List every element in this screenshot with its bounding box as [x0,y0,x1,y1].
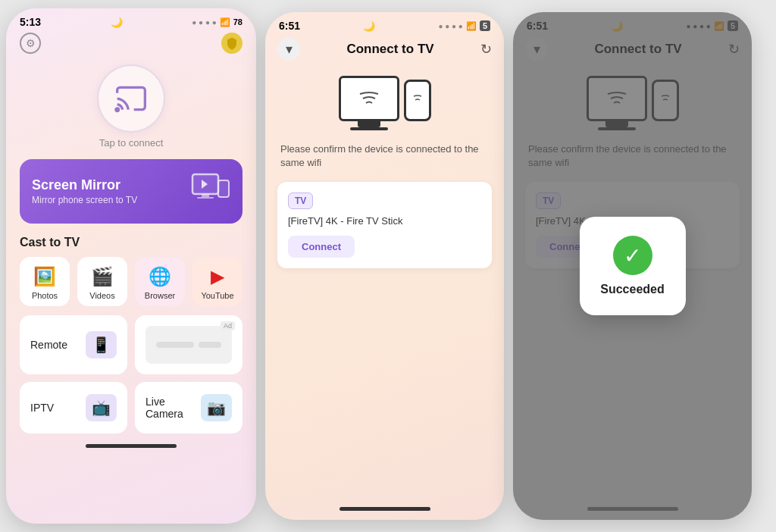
cast-icon [114,82,148,115]
tap-connect-area[interactable]: Tap to connect [6,64,256,149]
status-icons-2: ● ● ● ● 📶 5 [438,20,490,31]
status-bar-2: 6:51 🌙 ● ● ● ● 📶 5 [265,12,504,35]
home-indicator-2 [340,507,430,511]
photos-icon: 🖼️ [33,266,56,287]
mirror-icon [191,173,230,210]
battery-1: 78 [233,17,242,27]
sm-sub: Mirror phone screen to TV [32,195,137,205]
vpn-badge [221,33,242,54]
phone-shape-2 [404,80,431,121]
photos-label: Photos [32,291,58,300]
svg-rect-4 [218,180,229,197]
ad-placeholder [146,326,232,364]
phone-2: 6:51 🌙 ● ● ● ● 📶 5 ▾ Connect to TV ↻ [265,12,504,520]
cast-item-photos[interactable]: 🖼️ Photos [20,257,70,306]
status-moon-1: 🌙 [111,17,123,28]
signal-2: ● ● ● ● [438,22,463,30]
status-time-1: 5:13 [20,16,41,28]
device-name-2: [FireTV] 4K - Fire TV Stick [288,215,481,227]
videos-label: Videos [89,291,114,300]
remote-icon: 📱 [86,331,117,358]
refresh-icon-2[interactable]: ↻ [480,41,492,58]
battery-2: 5 [480,20,490,31]
remote-label: Remote [30,339,67,351]
remote-item[interactable]: Remote 📱 [20,315,127,374]
tv-stand-2 [358,121,380,127]
connect-button-2[interactable]: Connect [288,236,355,258]
p1-header: ⚙ [6,31,256,61]
wifi-desc-2: Please confirm the device is connected t… [265,142,504,170]
sm-title: Screen Mirror [32,177,137,193]
cast-grid: 🖼️ Photos 🎬 Videos 🌐 Browser ▶ YouTube [6,257,256,315]
youtube-icon: ▶ [211,266,224,287]
iptv-label: IPTV [30,402,54,414]
live-camera-item[interactable]: Live Camera 📷 [135,382,242,433]
cast-item-videos[interactable]: 🎬 Videos [77,257,127,306]
tap-label: Tap to connect [99,137,164,149]
live-camera-label: Live Camera [146,396,201,420]
tv-screen-2 [339,76,399,121]
connect-header-2: ▾ Connect to TV ↻ [265,35,504,68]
tap-circle[interactable] [97,64,165,133]
settings-button[interactable]: ⚙ [20,33,41,54]
device-card-inner-2: TV [FireTV] 4K - Fire TV Stick Connect [288,192,481,258]
home-indicator-1 [86,444,177,448]
ad-bar-2 [199,342,221,348]
svg-rect-2 [202,194,209,197]
phone-1: 5:13 🌙 ● ● ● ● 📶 78 ⚙ Tap to connect [6,8,256,524]
iptv-item[interactable]: IPTV 📺 [20,382,127,433]
success-overlay: ✓ Succeeded [513,12,752,520]
success-check-icon: ✓ [613,236,652,275]
status-icons-1: ● ● ● ● 📶 78 [192,17,242,27]
svg-rect-3 [197,197,214,199]
bottom-grid: Remote 📱 Ad [6,315,256,374]
success-label: Succeeded [600,283,664,296]
cast-item-youtube[interactable]: ▶ YouTube [192,257,242,306]
wifi-2: 📶 [466,21,477,31]
browser-label: Browser [145,291,175,300]
wifi-icon-1: 📶 [220,17,230,27]
success-popup: ✓ Succeeded [580,217,686,315]
status-bar-1: 5:13 🌙 ● ● ● ● 📶 78 [6,8,256,31]
bottom-grid2: IPTV 📺 Live Camera 📷 [6,374,256,433]
down-arrow-2[interactable]: ▾ [277,38,300,61]
status-moon-2: 🌙 [363,20,375,32]
cast-item-browser[interactable]: 🌐 Browser [135,257,185,306]
signal-dots-1: ● ● ● ● [192,18,217,27]
connect-title-2: Connect to TV [346,42,433,57]
tv-shape-2 [339,76,399,130]
browser-icon: 🌐 [149,266,171,287]
tv-base-2 [350,127,388,130]
ad-badge: Ad [221,321,235,330]
device-card-2: TV [FireTV] 4K - Fire TV Stick Connect [277,182,492,268]
device-illustration-2 [265,76,504,130]
videos-icon: 🎬 [91,266,114,287]
phone-3: 6:51 🌙 ● ● ● ● 📶 5 ▾ Connect to TV ↻ [513,12,752,520]
youtube-label: YouTube [201,291,233,300]
svg-point-0 [116,108,119,111]
camera-icon: 📷 [201,394,232,421]
screen-mirror-banner[interactable]: Screen Mirror Mirror phone screen to TV [20,159,242,224]
cast-section-label: Cast to TV [6,236,256,257]
tv-badge-2: TV [288,192,313,209]
status-time-2: 6:51 [279,20,300,32]
iptv-icon: 📺 [86,394,117,421]
ad-item[interactable]: Ad [135,315,242,374]
sm-text: Screen Mirror Mirror phone screen to TV [32,177,137,205]
ad-bar-1 [156,342,194,348]
